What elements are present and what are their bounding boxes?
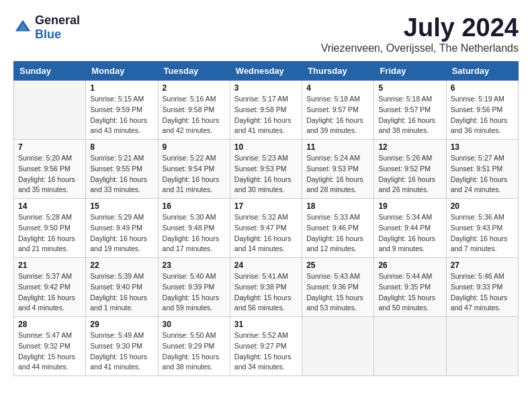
day-number: 4 bbox=[306, 83, 369, 93]
day-number: 29 bbox=[90, 320, 153, 329]
calendar-cell: 14Sunrise: 5:28 AM Sunset: 9:50 PM Dayli… bbox=[14, 199, 86, 258]
day-info: Sunrise: 5:46 AM Sunset: 9:33 PM Dayligh… bbox=[451, 271, 514, 314]
day-info: Sunrise: 5:19 AM Sunset: 9:56 PM Dayligh… bbox=[451, 94, 514, 136]
day-number: 23 bbox=[163, 261, 226, 270]
calendar-week-row: 21Sunrise: 5:37 AM Sunset: 9:42 PM Dayli… bbox=[14, 258, 519, 317]
day-number: 16 bbox=[163, 201, 226, 211]
calendar-cell: 29Sunrise: 5:49 AM Sunset: 9:30 PM Dayli… bbox=[86, 317, 158, 376]
day-number: 24 bbox=[234, 261, 298, 270]
day-number: 2 bbox=[163, 83, 226, 93]
weekday-header: Wednesday bbox=[230, 62, 302, 81]
calendar-week-row: 28Sunrise: 5:47 AM Sunset: 9:32 PM Dayli… bbox=[14, 317, 519, 376]
day-number: 3 bbox=[234, 83, 298, 93]
day-number: 1 bbox=[90, 83, 153, 93]
day-number: 8 bbox=[90, 142, 153, 152]
weekday-header: Monday bbox=[86, 62, 158, 81]
logo-text-general: General bbox=[35, 13, 80, 27]
calendar-cell: 31Sunrise: 5:52 AM Sunset: 9:27 PM Dayli… bbox=[230, 317, 302, 376]
day-number: 14 bbox=[18, 201, 81, 211]
calendar-cell: 28Sunrise: 5:47 AM Sunset: 9:32 PM Dayli… bbox=[14, 317, 86, 376]
day-number: 12 bbox=[378, 142, 441, 152]
day-info: Sunrise: 5:33 AM Sunset: 9:46 PM Dayligh… bbox=[306, 212, 369, 255]
page-header: General Blue July 2024 Vriezenveen, Over… bbox=[13, 13, 519, 54]
day-info: Sunrise: 5:36 AM Sunset: 9:43 PM Dayligh… bbox=[451, 212, 514, 255]
day-info: Sunrise: 5:49 AM Sunset: 9:30 PM Dayligh… bbox=[90, 330, 153, 373]
day-number: 13 bbox=[451, 142, 514, 152]
day-number: 27 bbox=[451, 261, 514, 270]
day-number: 10 bbox=[234, 142, 298, 152]
day-number: 21 bbox=[18, 261, 81, 270]
day-number: 25 bbox=[306, 261, 369, 270]
calendar-cell: 13Sunrise: 5:27 AM Sunset: 9:51 PM Dayli… bbox=[446, 140, 518, 199]
calendar-cell: 1Sunrise: 5:15 AM Sunset: 9:59 PM Daylig… bbox=[86, 81, 158, 140]
day-number: 28 bbox=[18, 320, 81, 329]
calendar-cell: 30Sunrise: 5:50 AM Sunset: 9:29 PM Dayli… bbox=[158, 317, 230, 376]
calendar-cell: 25Sunrise: 5:43 AM Sunset: 9:36 PM Dayli… bbox=[302, 258, 374, 317]
calendar-cell: 2Sunrise: 5:16 AM Sunset: 9:58 PM Daylig… bbox=[158, 81, 230, 140]
day-info: Sunrise: 5:20 AM Sunset: 9:56 PM Dayligh… bbox=[18, 153, 81, 195]
calendar-cell: 12Sunrise: 5:26 AM Sunset: 9:52 PM Dayli… bbox=[374, 140, 446, 199]
day-number: 20 bbox=[451, 201, 514, 211]
day-number: 22 bbox=[90, 261, 153, 270]
calendar-cell: 9Sunrise: 5:22 AM Sunset: 9:54 PM Daylig… bbox=[158, 140, 230, 199]
calendar-cell bbox=[302, 317, 374, 376]
day-number: 5 bbox=[378, 83, 441, 93]
day-info: Sunrise: 5:24 AM Sunset: 9:53 PM Dayligh… bbox=[306, 153, 369, 195]
day-info: Sunrise: 5:18 AM Sunset: 9:57 PM Dayligh… bbox=[378, 94, 441, 136]
weekday-header: Saturday bbox=[446, 62, 518, 81]
title-area: July 2024 Vriezenveen, Overijssel, The N… bbox=[321, 13, 519, 54]
calendar-cell bbox=[446, 317, 518, 376]
day-info: Sunrise: 5:37 AM Sunset: 9:42 PM Dayligh… bbox=[18, 271, 81, 314]
calendar-header-row: SundayMondayTuesdayWednesdayThursdayFrid… bbox=[14, 62, 519, 81]
calendar-cell: 7Sunrise: 5:20 AM Sunset: 9:56 PM Daylig… bbox=[14, 140, 86, 199]
calendar-cell: 6Sunrise: 5:19 AM Sunset: 9:56 PM Daylig… bbox=[446, 81, 518, 140]
calendar-cell: 21Sunrise: 5:37 AM Sunset: 9:42 PM Dayli… bbox=[14, 258, 86, 317]
day-info: Sunrise: 5:39 AM Sunset: 9:40 PM Dayligh… bbox=[90, 271, 153, 314]
day-number: 9 bbox=[163, 142, 226, 152]
calendar-cell bbox=[374, 317, 446, 376]
day-info: Sunrise: 5:50 AM Sunset: 9:29 PM Dayligh… bbox=[163, 330, 226, 373]
weekday-header: Friday bbox=[374, 62, 446, 81]
day-info: Sunrise: 5:28 AM Sunset: 9:50 PM Dayligh… bbox=[18, 212, 81, 255]
day-info: Sunrise: 5:44 AM Sunset: 9:35 PM Dayligh… bbox=[378, 271, 441, 314]
calendar-cell: 16Sunrise: 5:30 AM Sunset: 9:48 PM Dayli… bbox=[158, 199, 230, 258]
day-info: Sunrise: 5:18 AM Sunset: 9:57 PM Dayligh… bbox=[306, 94, 369, 136]
calendar-cell: 20Sunrise: 5:36 AM Sunset: 9:43 PM Dayli… bbox=[446, 199, 518, 258]
day-info: Sunrise: 5:32 AM Sunset: 9:47 PM Dayligh… bbox=[234, 212, 298, 255]
day-number: 6 bbox=[451, 83, 514, 93]
day-info: Sunrise: 5:21 AM Sunset: 9:55 PM Dayligh… bbox=[90, 153, 153, 195]
calendar-cell: 23Sunrise: 5:40 AM Sunset: 9:39 PM Dayli… bbox=[158, 258, 230, 317]
day-number: 17 bbox=[234, 201, 298, 211]
calendar-cell: 27Sunrise: 5:46 AM Sunset: 9:33 PM Dayli… bbox=[446, 258, 518, 317]
day-number: 18 bbox=[306, 201, 369, 211]
calendar-week-row: 1Sunrise: 5:15 AM Sunset: 9:59 PM Daylig… bbox=[14, 81, 519, 140]
day-info: Sunrise: 5:47 AM Sunset: 9:32 PM Dayligh… bbox=[18, 330, 81, 373]
day-info: Sunrise: 5:29 AM Sunset: 9:49 PM Dayligh… bbox=[90, 212, 153, 255]
calendar-week-row: 7Sunrise: 5:20 AM Sunset: 9:56 PM Daylig… bbox=[14, 140, 519, 199]
calendar-cell bbox=[14, 81, 86, 140]
day-info: Sunrise: 5:22 AM Sunset: 9:54 PM Dayligh… bbox=[163, 153, 226, 195]
day-number: 15 bbox=[90, 201, 153, 211]
day-info: Sunrise: 5:27 AM Sunset: 9:51 PM Dayligh… bbox=[451, 153, 514, 195]
logo: General Blue bbox=[13, 13, 80, 42]
day-info: Sunrise: 5:15 AM Sunset: 9:59 PM Dayligh… bbox=[90, 94, 153, 136]
weekday-header: Thursday bbox=[302, 62, 374, 81]
calendar-cell: 24Sunrise: 5:41 AM Sunset: 9:38 PM Dayli… bbox=[230, 258, 302, 317]
day-number: 11 bbox=[306, 142, 369, 152]
day-info: Sunrise: 5:30 AM Sunset: 9:48 PM Dayligh… bbox=[163, 212, 226, 255]
calendar-cell: 19Sunrise: 5:34 AM Sunset: 9:44 PM Dayli… bbox=[374, 199, 446, 258]
calendar-table: SundayMondayTuesdayWednesdayThursdayFrid… bbox=[13, 61, 519, 376]
weekday-header: Tuesday bbox=[158, 62, 230, 81]
calendar-cell: 8Sunrise: 5:21 AM Sunset: 9:55 PM Daylig… bbox=[86, 140, 158, 199]
calendar-cell: 4Sunrise: 5:18 AM Sunset: 9:57 PM Daylig… bbox=[302, 81, 374, 140]
calendar-cell: 5Sunrise: 5:18 AM Sunset: 9:57 PM Daylig… bbox=[374, 81, 446, 140]
day-number: 30 bbox=[163, 320, 226, 329]
calendar-week-row: 14Sunrise: 5:28 AM Sunset: 9:50 PM Dayli… bbox=[14, 199, 519, 258]
day-info: Sunrise: 5:34 AM Sunset: 9:44 PM Dayligh… bbox=[378, 212, 441, 255]
day-info: Sunrise: 5:26 AM Sunset: 9:52 PM Dayligh… bbox=[378, 153, 441, 195]
day-number: 7 bbox=[18, 142, 81, 152]
day-number: 31 bbox=[234, 320, 298, 329]
calendar-cell: 10Sunrise: 5:23 AM Sunset: 9:53 PM Dayli… bbox=[230, 140, 302, 199]
day-info: Sunrise: 5:40 AM Sunset: 9:39 PM Dayligh… bbox=[163, 271, 226, 314]
calendar-cell: 18Sunrise: 5:33 AM Sunset: 9:46 PM Dayli… bbox=[302, 199, 374, 258]
